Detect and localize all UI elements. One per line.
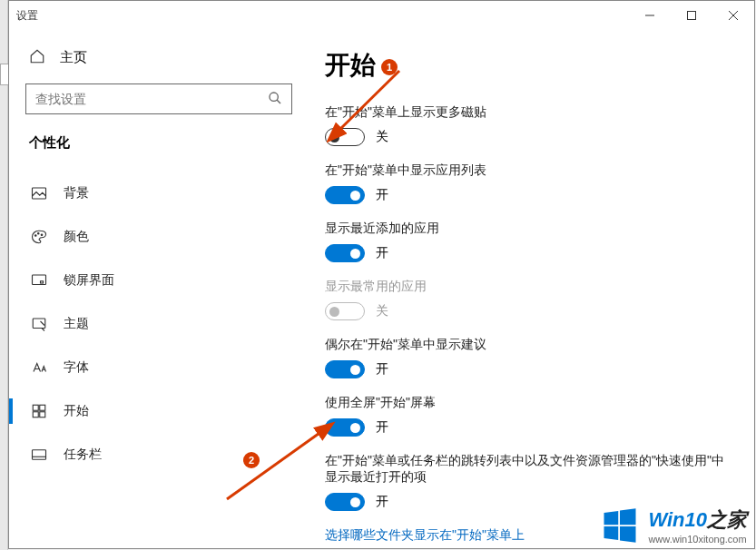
watermark-url: www.win10xitong.com <box>648 534 747 545</box>
sidebar-item-lockscreen[interactable]: 锁屏界面 <box>25 259 292 302</box>
search-box[interactable] <box>25 83 292 114</box>
setting-suggestions: 偶尔在"开始"菜单中显示建议 开 <box>325 337 727 378</box>
titlebar: 设置 <box>9 1 754 30</box>
home-label: 主页 <box>60 49 87 66</box>
sidebar-item-label: 颜色 <box>64 229 89 245</box>
toggle-most-used <box>325 302 365 320</box>
annotation-badge-2: 2 <box>243 452 260 468</box>
page-title: 开始1 <box>325 48 727 83</box>
home-nav[interactable]: 主页 <box>25 41 292 83</box>
close-button[interactable] <box>712 1 754 30</box>
toggle-app-list[interactable] <box>325 186 365 204</box>
toggle-state: 开 <box>376 494 388 510</box>
window-title: 设置 <box>16 8 629 24</box>
palette-icon <box>31 229 47 245</box>
sidebar-item-label: 主题 <box>64 316 89 332</box>
setting-label: 显示最常用的应用 <box>325 279 727 295</box>
toggle-state: 开 <box>376 187 388 203</box>
section-title: 个性化 <box>25 134 292 152</box>
setting-label: 使用全屏"开始"屏幕 <box>325 395 727 411</box>
setting-recently-added: 显示最近添加的应用 开 <box>325 221 727 262</box>
content-pane: 开始1 在"开始"菜单上显示更多磁贴 关 在"开始"菜单中显示应用列表 开 显示… <box>309 30 754 548</box>
sidebar-item-label: 开始 <box>64 403 89 419</box>
toggle-recently-added[interactable] <box>325 244 365 262</box>
svg-point-9 <box>41 234 43 236</box>
setting-label: 在"开始"菜单中显示应用列表 <box>325 162 727 179</box>
toggle-state: 关 <box>376 129 388 145</box>
setting-label: 显示最近添加的应用 <box>325 221 727 237</box>
setting-most-used: 显示最常用的应用 关 <box>325 279 727 320</box>
minimize-button[interactable] <box>629 1 671 30</box>
svg-point-4 <box>270 93 278 101</box>
settings-window: 设置 主页 个性化 背景 颜色 <box>8 0 755 549</box>
font-icon <box>31 359 47 376</box>
setting-label: 在"开始"菜单或任务栏的跳转列表中以及文件资源管理器的"快速使用"中显示最近打开… <box>325 453 727 486</box>
watermark-brand: Win10之家 <box>648 506 747 534</box>
sidebar-item-label: 字体 <box>64 359 89 376</box>
sidebar-item-themes[interactable]: 主题 <box>25 302 292 346</box>
svg-rect-17 <box>33 450 46 460</box>
setting-jumplist-recent: 在"开始"菜单或任务栏的跳转列表中以及文件资源管理器的"快速使用"中显示最近打开… <box>325 453 727 511</box>
svg-line-5 <box>277 100 280 103</box>
sidebar-item-background[interactable]: 背景 <box>25 172 292 215</box>
sidebar: 主页 个性化 背景 颜色 锁屏界面 主题 <box>9 30 309 548</box>
picture-icon <box>31 185 47 201</box>
svg-rect-15 <box>33 412 38 417</box>
sidebar-item-label: 锁屏界面 <box>64 272 114 289</box>
watermark: Win10之家 www.win10xitong.com <box>601 506 747 545</box>
sidebar-item-fonts[interactable]: 字体 <box>25 346 292 389</box>
svg-rect-10 <box>33 275 46 285</box>
setting-more-tiles: 在"开始"菜单上显示更多磁贴 关 <box>325 104 727 146</box>
toggle-jumplist-recent[interactable] <box>325 493 365 511</box>
toggle-state: 开 <box>376 245 388 261</box>
search-input[interactable] <box>35 92 268 106</box>
home-icon <box>29 48 45 67</box>
start-icon <box>31 403 47 419</box>
toggle-state: 关 <box>376 303 388 319</box>
windows-logo-icon <box>601 506 639 545</box>
sidebar-item-label: 背景 <box>64 185 89 201</box>
sidebar-item-start[interactable]: 开始 <box>25 389 292 433</box>
setting-app-list: 在"开始"菜单中显示应用列表 开 <box>325 162 727 204</box>
toggle-state: 开 <box>376 361 388 378</box>
toggle-fullscreen-start[interactable] <box>325 418 365 437</box>
svg-point-7 <box>35 235 37 237</box>
lockscreen-icon <box>31 272 47 289</box>
maximize-button[interactable] <box>671 1 712 30</box>
annotation-badge-1: 1 <box>381 59 398 75</box>
toggle-more-tiles[interactable] <box>325 128 365 146</box>
taskbar-icon <box>31 447 47 463</box>
svg-rect-12 <box>33 319 45 329</box>
toggle-suggestions[interactable] <box>325 360 365 378</box>
svg-rect-11 <box>41 281 44 283</box>
svg-point-8 <box>38 233 40 235</box>
svg-rect-14 <box>40 405 45 410</box>
theme-icon <box>31 316 47 332</box>
search-icon <box>268 91 282 108</box>
svg-rect-13 <box>33 405 38 410</box>
setting-label: 在"开始"菜单上显示更多磁贴 <box>325 104 727 121</box>
setting-label: 偶尔在"开始"菜单中显示建议 <box>325 337 727 353</box>
setting-fullscreen-start: 使用全屏"开始"屏幕 开 <box>325 395 727 437</box>
sidebar-item-label: 任务栏 <box>64 447 102 463</box>
svg-rect-1 <box>688 12 696 20</box>
svg-rect-16 <box>40 412 45 417</box>
toggle-state: 开 <box>376 419 388 436</box>
background-window-strip <box>0 0 8 550</box>
sidebar-item-colors[interactable]: 颜色 <box>25 215 292 259</box>
